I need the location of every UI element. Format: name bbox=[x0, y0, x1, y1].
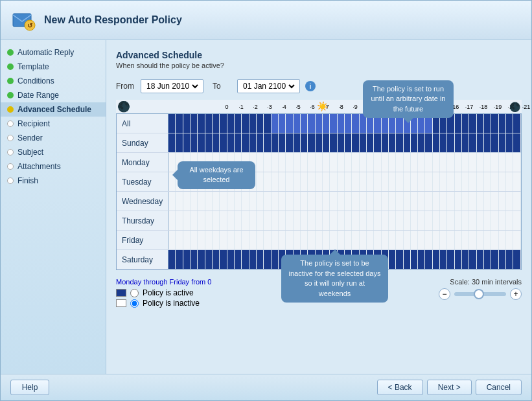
cell-friday-11[interactable] bbox=[249, 231, 257, 249]
cell-sunday-29[interactable] bbox=[382, 133, 389, 152]
cell-saturday-5[interactable] bbox=[205, 250, 213, 269]
cell-saturday-44[interactable] bbox=[491, 250, 498, 269]
cell-tuesday-29[interactable] bbox=[382, 172, 389, 191]
cell-monday-28[interactable] bbox=[374, 153, 381, 172]
cell-monday-15[interactable] bbox=[279, 153, 286, 172]
cell-monday-41[interactable] bbox=[469, 153, 476, 172]
cell-thursday-30[interactable] bbox=[389, 211, 396, 230]
cell-monday-23[interactable] bbox=[338, 153, 345, 172]
cell-wednesday-8[interactable] bbox=[227, 192, 235, 211]
cell-saturday-9[interactable] bbox=[235, 250, 242, 269]
cell-sunday-4[interactable] bbox=[198, 133, 205, 152]
cell-saturday-14[interactable] bbox=[272, 250, 279, 269]
row-cells-all[interactable] bbox=[168, 114, 521, 133]
row-cells-thursday[interactable] bbox=[168, 211, 521, 230]
cell-thursday-42[interactable] bbox=[477, 211, 484, 230]
policy-active-radio[interactable] bbox=[130, 289, 139, 297]
cell-tuesday-37[interactable] bbox=[440, 172, 447, 191]
back-button[interactable]: < Back bbox=[377, 380, 423, 395]
cell-tuesday-20[interactable] bbox=[316, 172, 323, 191]
cell-tuesday-13[interactable] bbox=[264, 172, 271, 191]
cell-sunday-26[interactable] bbox=[360, 133, 367, 152]
cell-thursday-45[interactable] bbox=[499, 211, 506, 230]
cell-thursday-24[interactable] bbox=[345, 211, 352, 230]
cell-tuesday-40[interactable] bbox=[462, 172, 469, 191]
cell-wednesday-44[interactable] bbox=[491, 192, 498, 211]
cell-monday-34[interactable] bbox=[418, 153, 425, 172]
cell-saturday-41[interactable] bbox=[469, 250, 476, 269]
cell-friday-0[interactable] bbox=[168, 231, 176, 249]
cell-friday-25[interactable] bbox=[352, 231, 359, 249]
cell-sunday-27[interactable] bbox=[367, 133, 374, 152]
cell-friday-13[interactable] bbox=[264, 231, 271, 249]
sidebar-item-recipient[interactable]: Recipient bbox=[1, 117, 106, 131]
info-icon[interactable]: i bbox=[305, 81, 316, 91]
cell-sunday-6[interactable] bbox=[213, 133, 220, 152]
cell-sunday-14[interactable] bbox=[272, 133, 279, 152]
cell-tuesday-42[interactable] bbox=[477, 172, 484, 191]
cell-wednesday-37[interactable] bbox=[440, 192, 447, 211]
cell-friday-4[interactable] bbox=[198, 231, 205, 249]
cell-thursday-46[interactable] bbox=[506, 211, 513, 230]
cell-monday-30[interactable] bbox=[389, 153, 396, 172]
cell-monday-37[interactable] bbox=[440, 153, 447, 172]
cell-wednesday-19[interactable] bbox=[308, 192, 315, 211]
cell-friday-45[interactable] bbox=[499, 231, 506, 249]
cell-wednesday-40[interactable] bbox=[462, 192, 469, 211]
cell-monday-39[interactable] bbox=[455, 153, 462, 172]
cell-all-39[interactable] bbox=[455, 114, 462, 133]
grid-row-thursday[interactable]: Thursday bbox=[117, 211, 521, 231]
cell-sunday-13[interactable] bbox=[264, 133, 271, 152]
cell-thursday-40[interactable] bbox=[462, 211, 469, 230]
cell-monday-13[interactable] bbox=[264, 153, 271, 172]
cell-all-22[interactable] bbox=[330, 114, 337, 133]
cell-all-0[interactable] bbox=[168, 114, 176, 133]
cell-wednesday-4[interactable] bbox=[198, 192, 205, 211]
cell-sunday-34[interactable] bbox=[418, 133, 425, 152]
cell-wednesday-2[interactable] bbox=[183, 192, 191, 211]
cell-monday-20[interactable] bbox=[316, 153, 323, 172]
cell-sunday-18[interactable] bbox=[301, 133, 308, 152]
cell-monday-22[interactable] bbox=[330, 153, 337, 172]
cell-sunday-35[interactable] bbox=[425, 133, 432, 152]
cell-saturday-12[interactable] bbox=[257, 250, 264, 269]
cell-thursday-17[interactable] bbox=[294, 211, 301, 230]
from-date-select[interactable]: 18 Jun 2010 bbox=[144, 81, 200, 91]
cell-tuesday-45[interactable] bbox=[499, 172, 506, 191]
cell-saturday-36[interactable] bbox=[433, 250, 440, 269]
cell-wednesday-31[interactable] bbox=[396, 192, 403, 211]
cell-all-25[interactable] bbox=[352, 114, 359, 133]
cell-all-9[interactable] bbox=[235, 114, 242, 133]
cell-sunday-31[interactable] bbox=[396, 133, 403, 152]
cell-thursday-12[interactable] bbox=[257, 211, 264, 230]
cell-monday-16[interactable] bbox=[286, 153, 293, 172]
cell-friday-2[interactable] bbox=[183, 231, 191, 249]
cell-friday-3[interactable] bbox=[191, 231, 198, 249]
cell-friday-39[interactable] bbox=[455, 231, 462, 249]
cell-sunday-9[interactable] bbox=[235, 133, 242, 152]
cell-monday-31[interactable] bbox=[396, 153, 403, 172]
cell-all-20[interactable] bbox=[316, 114, 323, 133]
cell-friday-33[interactable] bbox=[411, 231, 418, 249]
cell-sunday-23[interactable] bbox=[338, 133, 345, 152]
cell-monday-38[interactable] bbox=[447, 153, 454, 172]
cancel-button[interactable]: Cancel bbox=[476, 380, 522, 395]
cell-monday-43[interactable] bbox=[484, 153, 491, 172]
row-cells-sunday[interactable] bbox=[168, 133, 521, 152]
cell-wednesday-23[interactable] bbox=[338, 192, 345, 211]
cell-tuesday-16[interactable] bbox=[286, 172, 293, 191]
cell-wednesday-47[interactable] bbox=[513, 192, 520, 211]
cell-saturday-47[interactable] bbox=[513, 250, 520, 269]
cell-friday-19[interactable] bbox=[308, 231, 315, 249]
cell-friday-30[interactable] bbox=[389, 231, 396, 249]
cell-sunday-15[interactable] bbox=[279, 133, 286, 152]
cell-thursday-26[interactable] bbox=[360, 211, 367, 230]
cell-sunday-38[interactable] bbox=[447, 133, 454, 152]
sidebar-item-automatic-reply[interactable]: Automatic Reply bbox=[1, 45, 106, 60]
cell-friday-27[interactable] bbox=[367, 231, 374, 249]
cell-wednesday-0[interactable] bbox=[168, 192, 176, 211]
cell-friday-44[interactable] bbox=[491, 231, 498, 249]
cell-wednesday-14[interactable] bbox=[272, 192, 279, 211]
cell-monday-32[interactable] bbox=[404, 153, 411, 172]
cell-thursday-3[interactable] bbox=[191, 211, 198, 230]
